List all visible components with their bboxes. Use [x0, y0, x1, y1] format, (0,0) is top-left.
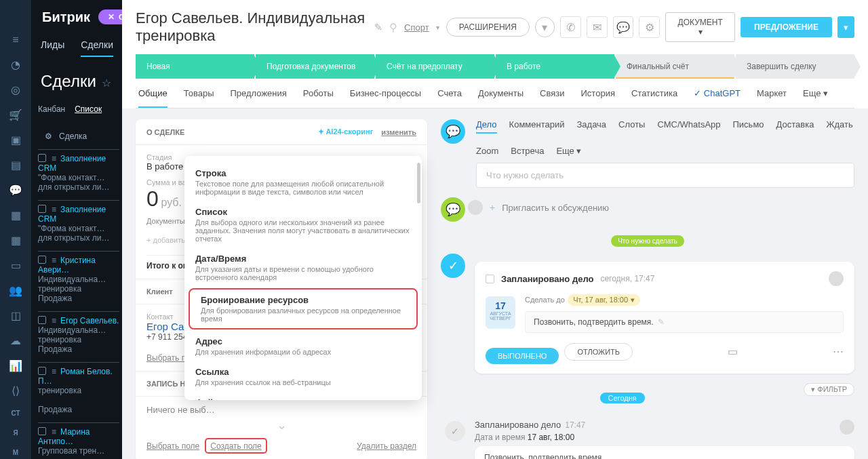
todo-input[interactable]: Что нужно сделать	[476, 163, 854, 188]
timeline-tab-4[interactable]: СМС/WhatsApp	[657, 119, 720, 134]
checkbox[interactable]	[38, 256, 46, 264]
checkbox[interactable]	[38, 316, 46, 324]
tab-6[interactable]: Документы	[478, 88, 524, 108]
ai-scoring[interactable]: ✦ AI24-скоринг	[318, 127, 373, 136]
tab-10[interactable]: ✓ ChatGPT	[694, 88, 741, 108]
target-icon[interactable]: ◎	[9, 83, 22, 96]
timeline-tab-0[interactable]: Дело	[476, 119, 497, 134]
card-icon[interactable]: ▭	[9, 259, 22, 272]
deal-link[interactable]: Заполнение CRM	[38, 154, 106, 173]
timeline-more[interactable]: Еще ▾	[556, 146, 581, 156]
tab-9[interactable]: Статистика	[631, 88, 677, 108]
delete-section[interactable]: Удалить раздел	[357, 441, 416, 451]
timeline-tab-6[interactable]: Доставка	[776, 119, 814, 134]
create-field-link[interactable]: Создать поле	[210, 441, 262, 451]
chat-icon[interactable]: 💬	[9, 184, 22, 197]
cloud-icon[interactable]: ☁	[9, 334, 22, 347]
done-button[interactable]: ВЫПОЛНЕНО	[486, 348, 559, 364]
edit-icon[interactable]: ✎	[658, 317, 665, 327]
doc-icon[interactable]: ▤	[9, 159, 22, 172]
menu-icon[interactable]: ≡	[52, 367, 56, 376]
gear-icon[interactable]: ⚙	[45, 132, 52, 141]
menu-icon[interactable]: ≡	[52, 427, 56, 437]
timeline-tab-3[interactable]: Слоты	[618, 119, 645, 134]
do-until-chip[interactable]: Чт, 17 авг, 18:00 ▾	[568, 294, 640, 306]
stage-0[interactable]: Новая	[136, 54, 254, 79]
cart-icon[interactable]: 🛒	[9, 108, 22, 121]
chevron-down-icon[interactable]: ⌄	[146, 418, 416, 433]
timeline-fab[interactable]: 💬	[441, 119, 465, 144]
menu-icon[interactable]: ≡	[9, 34, 22, 46]
deal-link[interactable]: Егор Савельев.	[60, 316, 119, 325]
check-fab[interactable]: ✓	[441, 254, 465, 278]
chart-icon[interactable]: 📊	[9, 359, 22, 372]
timeline-tab-9[interactable]: Встреча	[511, 146, 544, 156]
nav-m[interactable]: М	[13, 449, 18, 456]
chat2-icon[interactable]: 💬	[613, 16, 634, 38]
people-icon[interactable]: 👥	[9, 284, 22, 297]
timeline-tab-1[interactable]: Комментарий	[509, 119, 565, 134]
planned-checkbox[interactable]	[486, 275, 494, 283]
tab-3[interactable]: Роботы	[303, 88, 334, 108]
gear2-icon[interactable]: ⚙	[639, 16, 660, 38]
extensions-button[interactable]: РАСШИРЕНИЯ	[446, 18, 530, 37]
field-type-option[interactable]: АдресДля хранения информации об адресах	[184, 331, 422, 361]
menu-icon[interactable]: ≡	[52, 205, 56, 214]
stage-1[interactable]: Подготовка документов	[256, 54, 374, 79]
subnav-deals[interactable]: Сделки	[81, 39, 113, 57]
tab-8[interactable]: История	[581, 88, 615, 108]
code-icon[interactable]: ⟨⟩	[9, 384, 22, 397]
invite-text[interactable]: Пригласить к обсуждению	[502, 203, 609, 213]
checkbox[interactable]	[38, 154, 46, 162]
offer-button[interactable]: ПРЕДЛОЖЕНИЕ	[741, 17, 832, 37]
deal-link[interactable]: Кристина Авери…	[38, 256, 96, 275]
view-list[interactable]: Список	[75, 104, 102, 114]
stage-2[interactable]: Счёт на предоплату	[376, 54, 494, 79]
nav-ya[interactable]: Я	[13, 429, 18, 437]
logo[interactable]: Битрик	[42, 9, 90, 25]
mail-icon[interactable]: ✉	[587, 16, 608, 38]
tab-0[interactable]: Общие	[138, 88, 167, 108]
view-kanban[interactable]: Канбан	[38, 104, 65, 114]
field-type-option[interactable]: СсылкаДля хранения ссылок на веб-страниц…	[184, 361, 422, 392]
later-button[interactable]: ОТЛОЖИТЬ	[564, 343, 633, 361]
tab-7[interactable]: Связи	[540, 88, 564, 108]
calendar-icon[interactable]: ▦	[9, 209, 22, 222]
deal-link[interactable]: Заполнение CRM	[38, 205, 106, 224]
field-type-option[interactable]: ФайлДля хранения изображений и документо…	[184, 392, 422, 400]
subnav-leads[interactable]: Лиды	[41, 39, 64, 57]
stage-5[interactable]: Завершить сделку	[736, 54, 854, 79]
checkbox[interactable]	[38, 367, 46, 375]
nav-ct[interactable]: СТ	[11, 410, 20, 417]
tab-1[interactable]: Товары	[184, 88, 214, 108]
offer-arrow[interactable]: ▾	[837, 16, 854, 38]
scrollbar[interactable]	[417, 163, 420, 203]
menu-icon[interactable]: ≡	[52, 154, 56, 163]
deal-category[interactable]: Спорт	[404, 22, 429, 33]
edit-icon[interactable]: ✎	[374, 22, 382, 33]
timeline-tab-5[interactable]: Письмо	[733, 119, 764, 134]
checkbox[interactable]	[38, 427, 46, 435]
robot-icon[interactable]: ◫	[9, 309, 22, 322]
stage-4[interactable]: Финальный счёт	[616, 54, 734, 79]
field-type-option[interactable]: СтрокаТекстовое поле для размещения любо…	[184, 163, 422, 201]
close-icon[interactable]: ✕	[108, 12, 115, 22]
stage-3[interactable]: В работе	[496, 54, 614, 79]
change-link[interactable]: изменить	[381, 128, 416, 136]
menu-icon[interactable]: ≡	[52, 256, 56, 265]
deal-link[interactable]: Роман Белов. П…	[38, 367, 113, 386]
grid-icon[interactable]: ▦	[9, 234, 22, 247]
timeline-tab-2[interactable]: Задача	[576, 119, 606, 134]
phone-icon[interactable]: ✆	[560, 16, 581, 38]
clock-icon[interactable]: ◔	[9, 58, 22, 71]
more-icon[interactable]: ⋯	[833, 345, 844, 358]
extensions-arrow[interactable]: ▾	[535, 17, 555, 37]
tab-5[interactable]: Счета	[437, 88, 462, 108]
timeline-tab-7[interactable]: Ждать	[826, 119, 852, 134]
discuss-fab[interactable]: 💬	[441, 197, 465, 222]
field-type-option[interactable]: Бронирование ресурсовДля бронирования ра…	[189, 288, 418, 330]
card-icon[interactable]: ▭	[728, 345, 738, 358]
tab-2[interactable]: Предложения	[230, 88, 286, 108]
box-icon[interactable]: ▣	[9, 134, 22, 146]
plus-icon[interactable]: +	[490, 202, 495, 213]
